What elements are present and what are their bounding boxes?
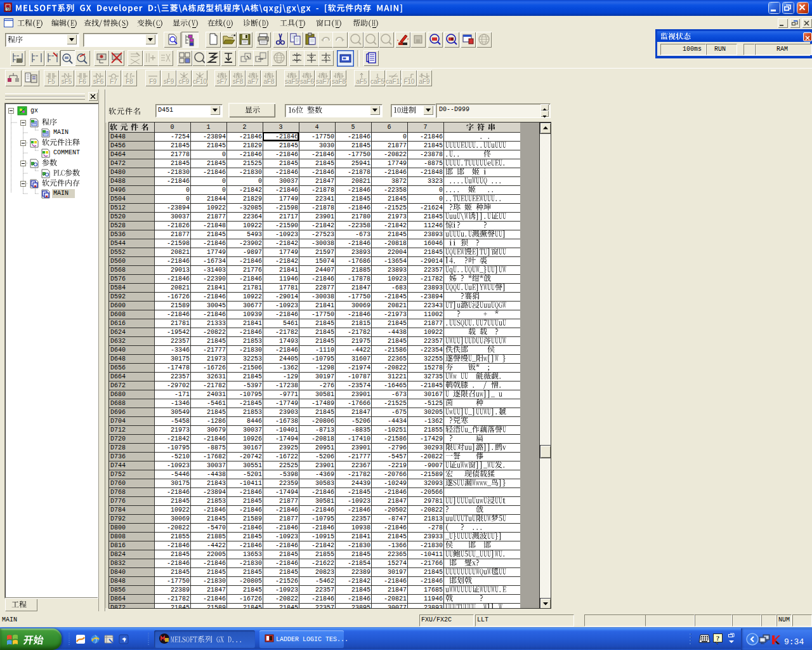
svg-text:?: ? xyxy=(716,634,720,642)
